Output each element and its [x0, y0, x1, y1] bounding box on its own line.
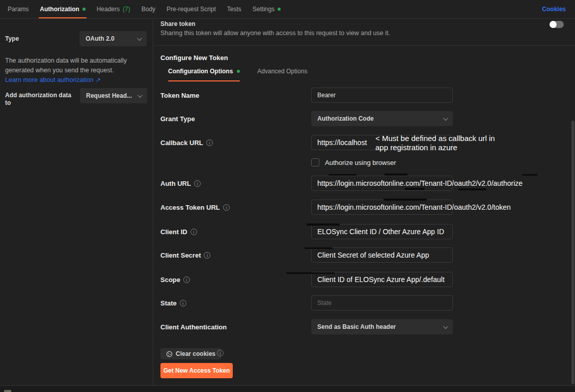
info-icon[interactable]: i — [190, 229, 197, 235]
tab-label: Pre-request Script — [167, 6, 216, 13]
state-label: State i — [160, 299, 311, 307]
learn-more-link[interactable]: Learn more about authorization ↗ — [5, 76, 101, 83]
tab-label: Authorization — [40, 6, 79, 13]
cookies-link[interactable]: Cookies — [542, 6, 566, 13]
authorize-browser-checkbox[interactable] — [311, 158, 319, 166]
section-divider — [154, 45, 575, 46]
chevron-down-icon — [443, 324, 448, 329]
scope-input[interactable]: Client ID of ELOSync Azure App/.default — [311, 272, 453, 287]
auth-description: The authorization data will be automatic… — [5, 56, 153, 75]
chevron-down-icon — [443, 116, 448, 121]
request-editor: Params Authorization Headers (7) Body Pr… — [0, 0, 575, 392]
tab-label: Headers — [97, 6, 120, 13]
toggle-knob — [550, 21, 557, 28]
status-bar — [0, 385, 575, 392]
tab-advanced-options[interactable]: Advanced Options — [257, 68, 307, 81]
callback-url-annotation: < Must be defined as callback url in app… — [375, 134, 504, 152]
grant-type-select[interactable]: Authorization Code — [311, 111, 453, 126]
auth-type-value: OAuth 2.0 — [86, 35, 115, 42]
info-icon[interactable]: i — [180, 300, 186, 306]
client-secret-input[interactable]: Client Secret of selected Azure App — [311, 247, 453, 263]
add-to-label: Add authorization data to — [5, 92, 76, 107]
info-icon[interactable]: i — [206, 139, 213, 146]
client-secret-label: Client Secret i — [160, 251, 311, 259]
token-config-panel: Share token Sharing this token will allo… — [154, 19, 575, 385]
state-input[interactable]: State — [311, 295, 453, 311]
redaction-mark — [307, 223, 340, 226]
tab-pre-request-script[interactable]: Pre-request Script — [161, 0, 222, 18]
authorize-browser-label: Authorize using browser — [325, 159, 396, 166]
chevron-down-icon — [138, 93, 143, 98]
info-icon[interactable]: i — [204, 252, 210, 259]
redaction-mark — [405, 188, 424, 190]
active-tab-underline — [39, 17, 86, 18]
info-icon[interactable]: i — [194, 180, 201, 187]
tab-body[interactable]: Body — [136, 0, 161, 18]
redaction-mark — [286, 272, 335, 274]
client-id-label: Client ID i — [160, 228, 311, 236]
token-config-tabs: Configuration Options Advanced Options — [168, 68, 307, 81]
scope-label: Scope i — [160, 276, 311, 284]
configure-token-title: Configure New Token — [160, 54, 228, 62]
share-token-toggle[interactable] — [550, 21, 564, 28]
tab-headers[interactable]: Headers (7) — [91, 0, 136, 18]
status-bar-icon — [4, 390, 11, 392]
grant-type-label: Grant Type — [160, 115, 311, 123]
redaction-mark — [328, 174, 357, 176]
redaction-mark — [384, 199, 427, 201]
type-label: Type — [5, 35, 19, 42]
tab-label: Configuration Options — [168, 68, 233, 75]
auth-type-select[interactable]: OAuth 2.0 — [79, 31, 147, 46]
auth-url-input[interactable]: https://login.microsoftonline.com/Tenant… — [311, 176, 453, 191]
info-icon[interactable]: i — [223, 204, 230, 211]
tab-label: Params — [8, 6, 29, 13]
info-icon[interactable]: i — [183, 276, 190, 283]
access-token-url-input[interactable]: https://login.microsoftonline.com/Tenant… — [311, 200, 453, 215]
tab-tests[interactable]: Tests — [222, 0, 247, 18]
callback-url-label: Callback URL i — [160, 139, 311, 147]
info-icon[interactable]: i — [217, 350, 224, 356]
tab-label: Body — [142, 6, 155, 13]
auth-sidebar: Type OAuth 2.0 The authorization data wi… — [0, 19, 153, 385]
add-to-select[interactable]: Request Head... — [80, 88, 147, 103]
tab-label: Advanced Options — [257, 68, 307, 75]
redaction-mark — [522, 174, 537, 176]
redaction-mark — [305, 247, 333, 249]
clear-cookies-button[interactable]: Clear cookies — [160, 348, 221, 359]
vertical-scrollbar[interactable] — [571, 121, 574, 384]
token-name-label: Token Name — [160, 92, 311, 99]
external-link-icon: ↗ — [95, 76, 100, 83]
client-authentication-select[interactable]: Send as Basic Auth header — [311, 319, 453, 334]
modified-dot-icon — [278, 8, 281, 11]
tab-configuration-options[interactable]: Configuration Options — [168, 68, 240, 81]
tab-settings[interactable]: Settings — [247, 0, 286, 18]
auth-url-label: Auth URL i — [160, 180, 311, 187]
cookie-icon — [166, 351, 173, 357]
tab-authorization[interactable]: Authorization — [34, 0, 91, 18]
chevron-down-icon — [137, 36, 142, 41]
get-new-access-token-button[interactable]: Get New Access Token — [160, 363, 233, 378]
modified-dot-icon — [83, 8, 86, 11]
active-tab-underline — [168, 80, 240, 81]
headers-count: (7) — [123, 6, 130, 13]
client-id-input[interactable]: ELOSync Client ID / Other Azure App ID — [311, 224, 453, 239]
access-token-url-label: Access Token URL i — [160, 204, 311, 211]
client-authentication-label: Client Authentication — [160, 323, 311, 331]
redaction-mark — [458, 188, 486, 190]
tab-label: Tests — [227, 6, 241, 13]
share-token-description: Sharing this token will allow anyone wit… — [160, 30, 390, 37]
add-to-value: Request Head... — [86, 92, 132, 99]
modified-dot-icon — [237, 70, 240, 73]
tab-params[interactable]: Params — [2, 0, 34, 18]
tab-label: Settings — [253, 6, 275, 13]
request-tabbar: Params Authorization Headers (7) Body Pr… — [0, 0, 575, 19]
token-name-input[interactable]: Bearer — [311, 88, 453, 103]
share-token-title: Share token — [160, 20, 196, 27]
redaction-mark — [385, 174, 407, 176]
